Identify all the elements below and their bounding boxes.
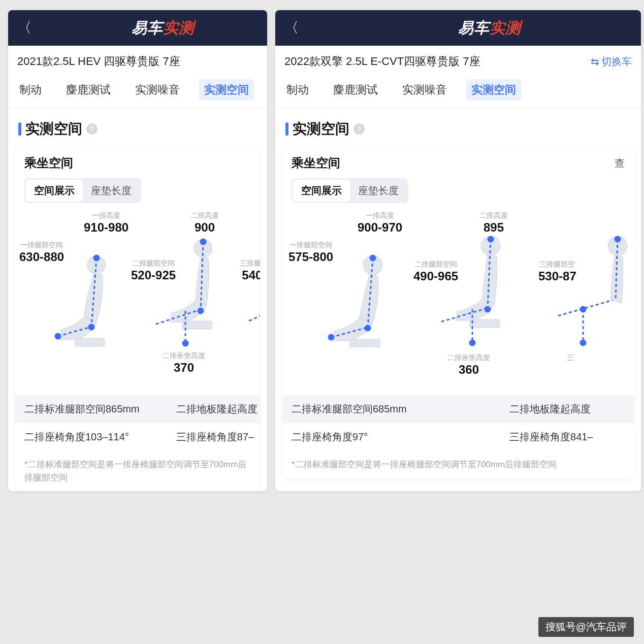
card-title: 乘坐空间 (292, 155, 340, 171)
subtab-display[interactable]: 空间展示 (26, 180, 83, 202)
brand-red: 实测 (490, 19, 521, 36)
metric-row3-leg: 三排腿部空 530-87 (538, 260, 576, 283)
footnote: *二排标准腿部空间是将一排座椅腿部空间调节至700mm后排腿部空间 (282, 451, 634, 471)
svg-point-42 (581, 340, 586, 345)
section-title-row: 实测空间 ? (8, 108, 267, 146)
topbar: 〈 易车实测 (275, 10, 641, 46)
space-card: 乘坐空间 空间展示 座垫长度 (15, 146, 260, 491)
swap-icon: ⇆ (591, 55, 599, 68)
section-title: 实测空间 (25, 119, 82, 139)
help-icon[interactable]: ? (353, 123, 365, 135)
brand-white: 易车 (458, 19, 490, 36)
seat-diagram: 一排高度 910-980 一排腿部空间 630-880 二排高度 900 二排腿… (15, 210, 260, 383)
seat-row2-icon (440, 233, 536, 347)
metric-row1-leg: 一排腿部空间 575-800 (288, 241, 333, 264)
metric-row1-height: 一排高度 910-980 (84, 211, 128, 235)
brand-logo: 易车实测 (458, 18, 521, 39)
subtabs: 空间展示 座垫长度 (292, 178, 408, 203)
tab-brake[interactable]: 制动 (281, 79, 314, 101)
screen-left: 〈 易车实测 2021款2.5L HEV 四驱尊贵版 7座 制动 麋鹿测试 实测… (8, 10, 267, 491)
seat-row1-icon (46, 251, 137, 347)
space-card: 乘坐空间 查 空间展示 座垫长度 (282, 146, 634, 478)
tab-moose[interactable]: 麋鹿测试 (328, 79, 383, 101)
metric-row1-leg: 一排腿部空间 630-880 (19, 241, 64, 264)
tab-moose[interactable]: 麋鹿测试 (61, 79, 116, 101)
metric-row2-seat-h: 二排座垫高度 370 (163, 351, 205, 375)
tabs: 制动 麋鹿测试 实测噪音 实测空间 (275, 76, 641, 108)
seat-row3-icon (557, 233, 634, 347)
metric-row2-leg: 二排腿部空间 520-925 (131, 259, 176, 282)
cell: 二排地板隆起高度 (167, 395, 260, 423)
back-icon[interactable]: 〈 (17, 18, 31, 38)
card-title: 乘坐空间 (24, 155, 73, 171)
metric-row3-partial: 三 (567, 353, 574, 363)
svg-point-15 (183, 341, 188, 346)
brand-white: 易车 (132, 19, 163, 36)
seat-row2-icon (155, 236, 246, 347)
svg-rect-1 (75, 338, 105, 346)
brand-red: 实测 (163, 19, 195, 36)
screen-right: 〈 易车实测 2022款双擎 2.5L E-CVT四驱尊贵版 7座 ⇆ 切换车 … (275, 10, 641, 491)
footnote: *二排标准腿部空间是将一排座椅腿部空间调节至700mm后排腿部空间 (15, 451, 260, 484)
tab-noise[interactable]: 实测噪音 (130, 79, 185, 101)
model-title: 2022款双擎 2.5L E-CVT四驱尊贵版 7座 (284, 54, 480, 69)
svg-point-27 (329, 335, 334, 340)
watermark: 搜狐号@汽车品评 (538, 617, 634, 637)
switch-car-link[interactable]: ⇆ 切换车 (591, 55, 632, 69)
svg-rect-29 (469, 319, 500, 328)
svg-point-3 (94, 255, 99, 261)
table-row: 二排座椅角度97° 三排座椅角度841– (282, 423, 634, 451)
metric-row3-leg: 三排腿部空 540-8 (240, 259, 260, 282)
tab-space[interactable]: 实测空间 (466, 79, 521, 101)
metric-row1-height: 一排高度 900-970 (358, 211, 402, 235)
model-title: 2021款2.5L HEV 四驱尊贵版 7座 (17, 54, 180, 69)
cell: 二排座椅角度103–114° (15, 423, 167, 451)
table-row: 二排座椅角度103–114° 三排座椅角度87– (15, 423, 260, 451)
cell: 三排座椅角度841– (500, 423, 602, 451)
svg-point-6 (55, 334, 60, 339)
tab-noise[interactable]: 实测噪音 (397, 79, 452, 101)
help-icon[interactable]: ? (86, 123, 98, 135)
cell: 二排标准腿部空间865mm (15, 395, 167, 423)
svg-point-24 (370, 255, 375, 261)
metric-row2-height: 二排高度 895 (479, 211, 508, 235)
svg-line-16 (249, 312, 260, 335)
table-row: 二排标准腿部空间685mm 二排地板隆起高度 (282, 395, 634, 423)
tabs: 制动 麋鹿测试 实测噪音 实测空间 (8, 76, 267, 108)
svg-point-31 (488, 237, 493, 242)
tab-brake[interactable]: 制动 (14, 79, 47, 101)
space-table: 二排标准腿部空间865mm 二排地板隆起高度 二排座椅角度103–114° 三排… (15, 395, 260, 451)
cell: 二排地板隆起高度 (500, 395, 600, 423)
section-accent-bar (18, 122, 21, 136)
subtab-seat-length[interactable]: 座垫长度 (83, 180, 140, 202)
svg-rect-22 (349, 339, 380, 347)
section-accent-bar (285, 122, 288, 136)
svg-point-44 (615, 237, 620, 242)
cell: 二排标准腿部空间685mm (282, 395, 500, 423)
seat-row1-icon (318, 251, 414, 347)
svg-rect-8 (182, 321, 212, 329)
subtab-seat-length[interactable]: 座垫长度 (350, 180, 407, 202)
section-title: 实测空间 (293, 119, 349, 139)
topbar: 〈 易车实测 (8, 10, 267, 46)
back-icon[interactable]: 〈 (284, 18, 299, 38)
tab-space[interactable]: 实测空间 (199, 79, 254, 101)
subtab-display[interactable]: 空间展示 (293, 180, 350, 202)
metric-row2-height: 二排高度 900 (190, 211, 219, 235)
seat-diagram: 一排高度 900-970 一排腿部空间 575-800 二排高度 895 二排腿… (282, 210, 634, 383)
table-row: 二排标准腿部空间865mm 二排地板隆起高度 (15, 395, 260, 423)
model-row: 2021款2.5L HEV 四驱尊贵版 7座 (8, 46, 267, 76)
cell: 三排座椅角度87– (167, 423, 260, 451)
svg-point-10 (201, 239, 206, 244)
model-row: 2022款双擎 2.5L E-CVT四驱尊贵版 7座 ⇆ 切换车 (275, 46, 641, 76)
space-table: 二排标准腿部空间685mm 二排地板隆起高度 二排座椅角度97° 三排座椅角度8… (282, 395, 634, 451)
svg-point-41 (581, 307, 586, 312)
svg-point-36 (470, 340, 475, 345)
subtabs: 空间展示 座垫长度 (24, 178, 141, 203)
view-link[interactable]: 查 (615, 156, 625, 170)
brand-logo: 易车实测 (132, 18, 195, 39)
metric-row2-seat-h: 二排座垫高度 360 (447, 353, 490, 377)
cell: 二排座椅角度97° (282, 423, 500, 451)
metric-row2-leg: 二排腿部空间 490-965 (413, 260, 458, 283)
switch-label: 切换车 (601, 55, 632, 69)
